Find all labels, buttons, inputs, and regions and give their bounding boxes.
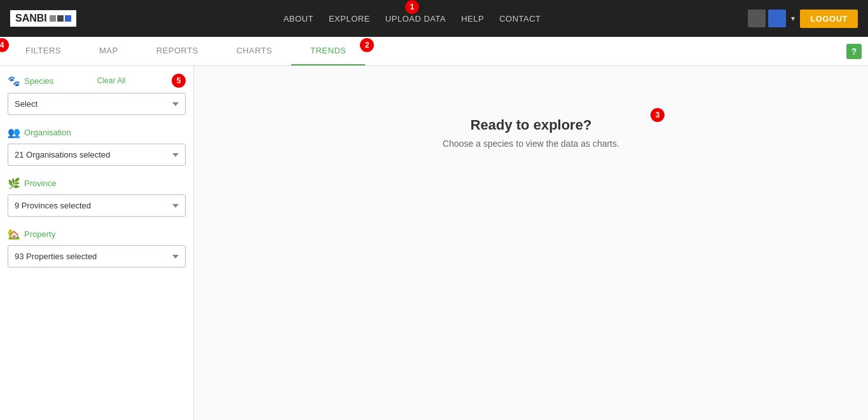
subnav-reports[interactable]: REPORTS (137, 37, 217, 65)
subnav-trends[interactable]: TRENDS (291, 37, 365, 65)
annotation-2: 2 (360, 38, 374, 52)
annotation-1: 1 (405, 0, 419, 14)
nav-upload-data[interactable]: UPLOAD DATA (385, 14, 446, 24)
subnav-map[interactable]: MAP (80, 37, 137, 65)
logo-area: SANBI (10, 10, 76, 27)
header: SANBI 1 ABOUT EXPLORE UPLOAD DATA HELP C… (0, 0, 868, 37)
province-section: 🌿 Province 9 Provinces selected (8, 177, 186, 217)
logo-text: SANBI (15, 13, 47, 24)
property-select[interactable]: 93 Properties selected (8, 245, 186, 268)
organisation-icon: 👥 (8, 126, 20, 139)
species-label: Species (24, 76, 53, 86)
organisation-label: Organisation (24, 128, 71, 137)
annotation-5: 5 (172, 74, 186, 88)
header-nav: ABOUT EXPLORE UPLOAD DATA HELP CONTACT (284, 14, 541, 24)
species-icon: 🐾 (8, 75, 20, 87)
clear-all-link[interactable]: Clear All (97, 76, 126, 85)
nav-contact[interactable]: CONTACT (499, 14, 541, 24)
avatar-dropdown-icon[interactable]: ▾ (791, 14, 795, 23)
avatar-box (748, 10, 786, 27)
species-section: 🐾 Species Clear All 5 Select (8, 74, 186, 115)
sidebar: 🐾 Species Clear All 5 Select 👥 Organisat… (0, 66, 194, 420)
subnav: 4 FILTERS MAP REPORTS CHARTS TRENDS 2 ? (0, 37, 868, 66)
logo-sq-1 (50, 15, 56, 22)
logo-squares (50, 15, 71, 22)
province-header: 🌿 Province (8, 177, 186, 189)
logo-sq-2 (57, 15, 64, 22)
province-select[interactable]: 9 Provinces selected (8, 194, 186, 217)
ready-subtitle: Choose a species to view the data as cha… (443, 139, 619, 149)
species-select[interactable]: Select (8, 93, 186, 115)
logo-sq-3 (65, 15, 71, 22)
organisation-section: 👥 Organisation 21 Organisations selected (8, 126, 186, 166)
nav-help[interactable]: HELP (461, 14, 484, 24)
organisation-label-group: 👥 Organisation (8, 126, 71, 139)
ready-title: Ready to explore? (471, 117, 592, 133)
property-label: Property (24, 229, 55, 239)
property-section: 🏡 Property 93 Properties selected (8, 228, 186, 268)
header-right: ▾ LOGOUT (748, 10, 858, 28)
logo-box: SANBI (10, 10, 76, 27)
nav-explore[interactable]: EXPLORE (329, 14, 370, 24)
province-label: Province (24, 179, 57, 188)
province-label-group: 🌿 Province (8, 177, 57, 189)
subnav-filters[interactable]: FILTERS (0, 37, 80, 65)
annotation-3: 3 (651, 108, 665, 122)
avatar-sq-2 (768, 10, 786, 27)
content-area: 3 Ready to explore? Choose a species to … (194, 66, 868, 420)
property-label-group: 🏡 Property (8, 228, 55, 240)
subnav-charts[interactable]: CHARTS (217, 37, 291, 65)
avatar-sq-1 (748, 10, 766, 27)
property-header: 🏡 Property (8, 228, 186, 240)
species-header: 🐾 Species Clear All 5 (8, 74, 186, 88)
property-icon: 🏡 (8, 228, 20, 240)
nav-about[interactable]: ABOUT (284, 14, 313, 24)
main: 🐾 Species Clear All 5 Select 👥 Organisat… (0, 66, 868, 420)
subnav-help-button[interactable]: ? (846, 44, 862, 59)
species-label-group: 🐾 Species (8, 75, 53, 87)
organisation-select[interactable]: 21 Organisations selected (8, 144, 186, 166)
logout-button[interactable]: LOGOUT (800, 10, 858, 28)
organisation-header: 👥 Organisation (8, 126, 186, 139)
province-icon: 🌿 (8, 177, 20, 189)
